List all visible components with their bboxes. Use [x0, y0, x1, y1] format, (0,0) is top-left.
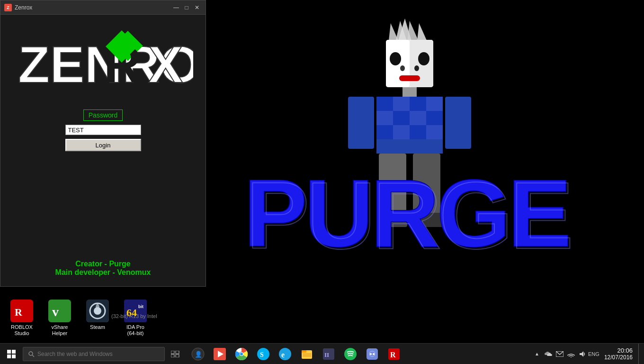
svg-text:PURGE: PURGE	[244, 160, 569, 266]
svg-rect-16	[393, 97, 410, 111]
svg-point-72	[279, 348, 291, 360]
clock-time: 20:06	[604, 347, 633, 355]
taskbar-app-roblox[interactable]: R	[384, 344, 404, 364]
taskbar-app-media[interactable]	[209, 344, 230, 364]
svg-point-83	[373, 353, 375, 355]
svg-point-11	[414, 65, 419, 71]
svg-rect-54	[7, 355, 11, 358]
maximize-button[interactable]: □	[182, 3, 191, 12]
svg-rect-28	[445, 97, 471, 149]
svg-text:bit: bit	[138, 304, 143, 309]
svg-rect-25	[410, 125, 426, 139]
desktop-icon-vshare[interactable]: v vShareHelper	[43, 298, 77, 338]
svg-rect-26	[426, 125, 443, 139]
window-title-area: Z Zenrox	[4, 4, 32, 11]
clock-date: 12/07/2016	[604, 354, 633, 361]
svg-point-69	[240, 353, 243, 355]
svg-text:X: X	[148, 35, 183, 93]
login-button[interactable]: Login	[65, 139, 141, 151]
password-label: Password	[83, 109, 123, 121]
svg-rect-20	[393, 111, 410, 125]
tray-volume-icon[interactable]	[578, 349, 587, 359]
svg-text:S: S	[260, 351, 264, 358]
taskbar-app-explorer[interactable]	[296, 344, 317, 364]
tray-onedrive-icon[interactable]	[544, 349, 553, 359]
taskbar-app-ie[interactable]: e	[275, 344, 295, 364]
svg-rect-6	[386, 40, 410, 87]
taskbar-pinned-apps: 👤	[188, 344, 404, 364]
taskbar-app-misc1[interactable]: II	[318, 344, 339, 364]
roblox-icon: R	[10, 300, 33, 322]
svg-rect-59	[176, 351, 179, 354]
svg-marker-88	[580, 351, 583, 357]
svg-rect-5	[386, 40, 433, 87]
taskbar-app-skype[interactable]: S	[253, 344, 274, 364]
taskbar-search[interactable]	[23, 347, 165, 361]
svg-rect-22	[426, 111, 443, 125]
svg-marker-2	[417, 23, 429, 45]
tray-expand-button[interactable]: ▲	[532, 349, 542, 359]
svg-rect-27	[348, 97, 374, 149]
svg-rect-60	[171, 355, 174, 357]
task-view-button[interactable]	[165, 344, 186, 364]
svg-rect-24	[393, 125, 410, 139]
system-clock[interactable]: 20:06 12/07/2016	[600, 347, 636, 361]
svg-rect-77	[303, 355, 311, 356]
svg-point-87	[570, 356, 572, 357]
taskbar-app-chrome[interactable]	[231, 344, 252, 364]
svg-point-8	[390, 52, 401, 65]
status-text: (32-bit) R13 by Intel	[111, 313, 157, 319]
minimize-button[interactable]: —	[171, 3, 181, 12]
svg-marker-4	[407, 21, 419, 42]
svg-line-57	[32, 355, 34, 357]
tray-mail-icon[interactable]	[555, 349, 564, 359]
close-button[interactable]: ✕	[192, 3, 202, 12]
svg-text:R: R	[390, 351, 396, 359]
svg-text:👤: 👤	[195, 350, 203, 358]
desktop: PURGE PURGE Z Zenrox — □ ✕	[0, 0, 644, 364]
credits: Creator - Purge Main developer - Venomux	[0, 260, 206, 277]
svg-rect-55	[12, 355, 16, 358]
window-icon: Z	[4, 4, 12, 11]
svg-text:PURGE: PURGE	[246, 163, 571, 268]
vshare-icon: v	[48, 300, 71, 322]
svg-rect-61	[176, 355, 179, 357]
svg-text:e: e	[281, 351, 285, 359]
svg-rect-14	[376, 97, 443, 154]
svg-rect-76	[303, 354, 311, 355]
window-content: ZENROX ZEN X R Password Login	[0, 15, 206, 286]
password-input[interactable]	[65, 125, 141, 135]
svg-rect-29	[379, 154, 406, 215]
tray-network-icon[interactable]	[566, 349, 576, 359]
window-controls: — □ ✕	[171, 3, 202, 12]
desktop-icon-roblox[interactable]: R ROBLOXStudio	[5, 298, 39, 338]
svg-marker-1	[388, 23, 400, 45]
svg-point-10	[400, 65, 405, 71]
app-window: Z Zenrox — □ ✕ ZENROX	[0, 0, 206, 287]
roblox-label: ROBLOXStudio	[11, 324, 33, 337]
show-desktop-button[interactable]	[638, 344, 641, 364]
zenrox-logo: ZENROX ZEN X R	[13, 19, 193, 95]
svg-rect-15	[376, 97, 393, 111]
search-input[interactable]	[37, 351, 151, 357]
system-tray: ▲	[532, 344, 644, 364]
taskbar-app-discord[interactable]	[362, 344, 383, 364]
svg-rect-19	[376, 111, 393, 125]
svg-point-9	[418, 52, 429, 65]
svg-text:v: v	[52, 304, 59, 319]
vshare-label: vShareHelper	[52, 324, 68, 337]
taskbar-app-spotify[interactable]	[340, 344, 361, 364]
svg-point-56	[29, 352, 33, 355]
creator-credit: Creator - Purge	[0, 260, 206, 268]
desktop-icon-steam[interactable]: Steam	[80, 298, 115, 338]
svg-rect-30	[413, 154, 440, 215]
developer-credit: Main developer - Venomux	[0, 268, 206, 277]
svg-rect-12	[399, 75, 420, 81]
window-title-text: Zenrox	[15, 4, 32, 11]
start-button[interactable]	[0, 344, 23, 364]
ida-label: IDA Pro(64-bit)	[126, 324, 144, 337]
steam-label: Steam	[90, 324, 105, 330]
tray-language-icon[interactable]: ENG	[589, 349, 599, 359]
taskbar: 👤	[0, 343, 644, 364]
taskbar-app-character[interactable]: 👤	[188, 344, 208, 364]
